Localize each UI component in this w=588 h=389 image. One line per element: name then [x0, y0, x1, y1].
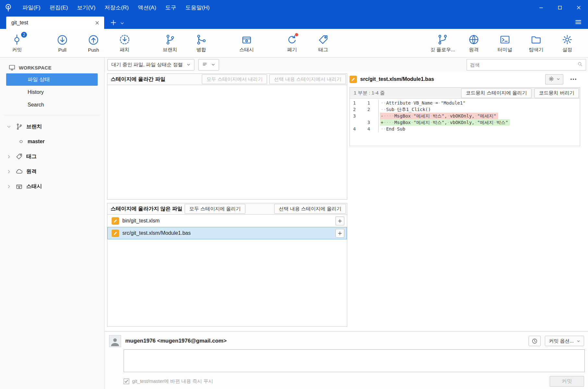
- toolbar-patch-button[interactable]: 패치: [111, 32, 138, 54]
- unstage-selected-button[interactable]: 선택 내용 스테이지에서 내리기: [269, 74, 346, 84]
- folder-icon: [531, 33, 542, 46]
- search-field[interactable]: [467, 59, 586, 70]
- file-name: bin/git_test.xlsm: [122, 218, 160, 224]
- code-cell: ··Attribute·VB_Name·=·"Module1": [378, 100, 580, 106]
- new-line-number: 4: [364, 126, 378, 132]
- filter-bar: 대기 중인 파일, 파일 상태순 정렬: [104, 57, 588, 72]
- modified-file-icon: [349, 76, 357, 83]
- staged-files-list[interactable]: [107, 85, 347, 200]
- menu-tools[interactable]: 도구: [161, 2, 180, 13]
- toolbar-terminal-button[interactable]: 터미널: [491, 32, 519, 54]
- stage-selected-button[interactable]: 선택 내용 스테이지에 올리기: [274, 204, 346, 214]
- gear-icon: [548, 76, 554, 83]
- toolbar-merge-button[interactable]: 병합: [188, 32, 215, 54]
- toolbar-tag-button[interactable]: 태그: [310, 32, 337, 54]
- workspace-label: WORKSPACE: [19, 65, 52, 70]
- sidebar-section-stashes[interactable]: 스태시: [0, 179, 104, 194]
- stage-hunk-button[interactable]: 코드뭉치 스테이지에 올리기: [461, 88, 531, 98]
- modified-file-icon: [112, 217, 119, 225]
- menu-edit[interactable]: 편집(E): [45, 2, 72, 13]
- new-tab-button[interactable]: [110, 19, 117, 26]
- diff-header: src/git_test.xlsm/Module1.bas: [349, 73, 580, 85]
- sort-dropdown-label: 대기 중인 파일, 파일 상태순 정렬: [111, 62, 183, 68]
- diff-options-button[interactable]: [545, 74, 563, 84]
- toolbar-commit-button[interactable]: 2 커밋: [3, 32, 31, 54]
- commit-count-badge: 2: [21, 32, 27, 38]
- chevron-down-icon: [577, 338, 580, 344]
- sidebar-item-file-status[interactable]: 파일 상태: [6, 73, 98, 86]
- menu-view[interactable]: 보기(V): [73, 2, 100, 13]
- commit-button[interactable]: 커밋: [550, 376, 584, 387]
- sidebar-section-branches[interactable]: 브랜치: [0, 119, 104, 134]
- old-line-number: 4: [350, 126, 364, 132]
- commit-message-input[interactable]: [124, 349, 585, 372]
- chevron-right-icon[interactable]: [6, 154, 12, 159]
- minimize-button[interactable]: [532, 0, 550, 15]
- menu-bar: 파일(F) 편집(E) 보기(V) 저장소(R) 액션(A) 도구 도움말(H): [18, 2, 214, 13]
- app-menu-icon[interactable]: [574, 18, 582, 26]
- toolbar-push-button[interactable]: Push: [80, 32, 107, 54]
- toolbar-branch-button[interactable]: 브랜치: [156, 32, 184, 54]
- sidebar: WORKSPACE 파일 상태 History Search 브랜치 maste…: [0, 57, 104, 389]
- search-label: Search: [28, 102, 44, 108]
- commit-dot-icon: [18, 139, 24, 144]
- globe-icon: [468, 33, 479, 46]
- repo-tab-label: git_test: [11, 20, 28, 26]
- menu-actions[interactable]: 액션(A): [134, 2, 161, 13]
- discard-icon: [287, 33, 298, 46]
- more-options-button[interactable]: [567, 75, 580, 83]
- file-name: src/git_test.xlsm/Module1.bas: [122, 230, 191, 236]
- stage-file-plus-button[interactable]: [336, 229, 344, 238]
- maximize-button[interactable]: [550, 0, 569, 15]
- history-label: History: [28, 89, 44, 95]
- branch-icon: [16, 123, 23, 130]
- close-button[interactable]: [569, 0, 588, 15]
- view-mode-dropdown[interactable]: [198, 59, 219, 70]
- push-icon: [88, 34, 99, 46]
- commit-icon: 2: [11, 33, 22, 46]
- commit-history-button[interactable]: [529, 336, 541, 346]
- diff-line-context: 4 4 ··End·Sub: [350, 126, 580, 132]
- file-row-src-module1[interactable]: src/git_test.xlsm/Module1.bas: [107, 227, 347, 239]
- toolbar-explorer-button[interactable]: 탐색기: [522, 32, 550, 54]
- commit-options-button[interactable]: 커밋 옵션...: [545, 336, 584, 346]
- repo-tab-git-test[interactable]: git_test: [6, 17, 104, 29]
- stage-file-plus-button[interactable]: [336, 217, 344, 225]
- chevron-down-icon[interactable]: [6, 124, 12, 129]
- menu-file[interactable]: 파일(F): [18, 2, 45, 13]
- toolbar-gitflow-button[interactable]: 깃 플로우...: [429, 32, 456, 54]
- chevron-right-icon[interactable]: [6, 169, 12, 174]
- search-input[interactable]: [470, 62, 577, 68]
- sort-dropdown[interactable]: 대기 중인 파일, 파일 상태순 정렬: [107, 59, 194, 70]
- sidebar-section-remotes[interactable]: 원격: [0, 164, 104, 179]
- commit-author-row: mugen1976 <mugen1976@gmail.com> 커밋 옵션...: [109, 334, 585, 347]
- toolbar-stash-button[interactable]: 스태시: [233, 32, 260, 54]
- toolbar-settings-button[interactable]: 설정: [554, 32, 581, 54]
- toolbar-pull-button[interactable]: Pull: [49, 32, 76, 54]
- toolbar-remote-button[interactable]: 원격: [460, 32, 487, 54]
- monitor-icon: [8, 64, 16, 71]
- window-controls: [532, 0, 588, 15]
- commit-footer-row: git_test/master에 바뀐 내용 즉시 푸시 커밋: [124, 376, 584, 387]
- menu-help[interactable]: 도움말(H): [181, 2, 214, 13]
- tab-list-chevron-icon[interactable]: [120, 21, 124, 25]
- code-cell: ··End·Sub: [378, 126, 580, 132]
- toolbar-discard-button[interactable]: 폐기: [278, 32, 306, 54]
- discard-hunk-button[interactable]: 코드뭉치 버리기: [534, 88, 579, 98]
- tag-icon: [16, 153, 23, 160]
- stage-all-button[interactable]: 모두 스테이지에 올리기: [185, 204, 245, 214]
- sidebar-section-tags[interactable]: 태그: [0, 149, 104, 164]
- file-row-bin-git-test[interactable]: bin/git_test.xlsm: [107, 215, 347, 227]
- diff-hunk: 1 부분 : 1-4 줄 코드뭉치 스테이지에 올리기 코드뭉치 버리기 1 1…: [349, 87, 580, 146]
- sidebar-item-history[interactable]: History: [6, 86, 98, 98]
- push-checkbox-label: git_test/master에 바뀐 내용 즉시 푸시: [132, 378, 213, 384]
- tab-close-icon[interactable]: [93, 19, 101, 27]
- menu-repository[interactable]: 저장소(R): [100, 2, 133, 13]
- sidebar-item-branch-master[interactable]: master: [0, 134, 104, 149]
- sidebar-item-search[interactable]: Search: [6, 99, 98, 111]
- chevron-right-icon[interactable]: [6, 184, 12, 189]
- push-checkbox[interactable]: [124, 379, 129, 384]
- code-cell: -····MsgBox·"메세지·박스",·vbOKOnly,·"메세지": [378, 113, 580, 119]
- pull-icon: [57, 34, 68, 46]
- unstage-all-button[interactable]: 모두 스테이지에서 내리기: [202, 74, 267, 84]
